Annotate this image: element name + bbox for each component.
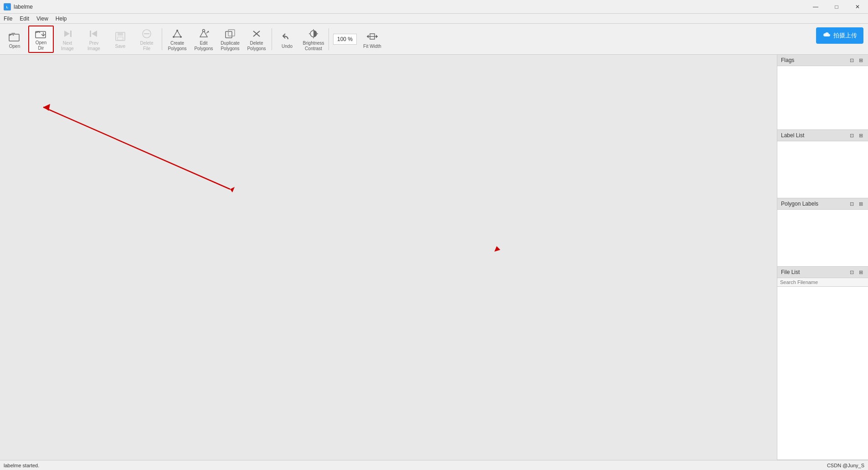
polygon-labels-panel-ctrl2[interactable]: ⊞ — [857, 200, 864, 207]
toolbar-wrapper: Open OpenDir NextImage — [0, 24, 868, 55]
undo-button[interactable]: Undo — [274, 26, 300, 53]
edit-polygons-label: EditPolygons — [194, 41, 213, 52]
svg-point-17 — [176, 30, 178, 31]
menu-view[interactable]: View — [33, 15, 52, 23]
create-polygons-button[interactable]: CreatePolygons — [164, 26, 190, 53]
save-icon — [114, 30, 127, 43]
svg-marker-40 — [494, 246, 500, 252]
svg-point-18 — [180, 36, 182, 38]
maximize-button[interactable]: □ — [826, 0, 847, 14]
polygon-labels-panel-controls: ⊡ ⊞ — [848, 200, 864, 207]
delete-file-label: DeleteFile — [140, 41, 154, 52]
polygon-labels-panel-body — [777, 210, 868, 266]
duplicate-polygons-icon — [224, 28, 236, 40]
menu-file[interactable]: File — [0, 15, 16, 23]
undo-label: Undo — [282, 44, 293, 49]
main-area: Flags ⊡ ⊞ Label List ⊡ ⊞ Polygon L — [0, 55, 868, 460]
file-list-panel-header: File List ⊡ ⊞ — [777, 267, 868, 278]
flags-panel-body — [777, 66, 868, 129]
open-dir-button[interactable]: OpenDir — [28, 26, 54, 53]
svg-marker-38 — [43, 104, 50, 111]
open-button[interactable]: Open — [2, 26, 27, 53]
create-polygons-label: CreatePolygons — [168, 41, 186, 52]
flags-panel-title: Flags — [781, 57, 794, 63]
polygon-labels-panel-header: Polygon Labels ⊡ ⊞ — [777, 198, 868, 210]
label-list-panel-ctrl1[interactable]: ⊡ — [848, 132, 855, 139]
svg-marker-33 — [367, 35, 369, 38]
flags-panel-ctrl1[interactable]: ⊡ — [848, 57, 855, 64]
close-button[interactable]: ✕ — [847, 0, 868, 14]
svg-marker-15 — [174, 31, 181, 37]
status-message: labelme started. — [4, 463, 39, 468]
statusbar: labelme started. CSDN @Juny_S — [0, 460, 868, 470]
next-image-icon — [61, 28, 74, 40]
open-icon — [8, 30, 21, 43]
svg-marker-34 — [376, 35, 378, 38]
zoom-value: 100 % — [337, 36, 353, 42]
delete-polygons-icon — [250, 28, 263, 40]
svg-line-37 — [43, 107, 230, 189]
svg-text:L: L — [6, 5, 9, 9]
file-list-panel-ctrl1[interactable]: ⊡ — [848, 269, 855, 276]
svg-point-16 — [173, 36, 175, 38]
duplicate-polygons-button[interactable]: DuplicatePolygons — [217, 26, 243, 53]
open-dir-icon — [35, 28, 47, 39]
zoom-display: 100 % — [333, 34, 357, 45]
label-list-panel: Label List ⊡ ⊞ — [777, 130, 868, 198]
next-image-button[interactable]: NextImage — [55, 26, 80, 53]
toolbar: Open OpenDir NextImage — [0, 24, 868, 55]
delete-polygons-button[interactable]: DeletePolygons — [244, 26, 269, 53]
cloud-upload-icon — [822, 31, 831, 40]
delete-file-icon — [140, 28, 153, 40]
edit-polygons-button[interactable]: EditPolygons — [191, 26, 216, 53]
flags-panel-controls: ⊡ ⊞ — [848, 57, 864, 64]
label-list-panel-ctrl2[interactable]: ⊞ — [857, 132, 864, 139]
annotation-layer — [0, 55, 777, 460]
window-controls: — □ ✕ — [805, 0, 868, 14]
file-list-panel-controls: ⊡ ⊞ — [848, 269, 864, 276]
canvas-area[interactable] — [0, 55, 777, 460]
fit-width-label: Fit Width — [363, 44, 381, 49]
save-label: Save — [115, 44, 126, 49]
next-image-label: NextImage — [61, 41, 74, 52]
polygon-labels-panel: Polygon Labels ⊡ ⊞ — [777, 198, 868, 267]
file-list-panel-title: File List — [781, 269, 800, 275]
fit-width-icon — [366, 30, 379, 43]
svg-rect-23 — [226, 31, 232, 38]
delete-polygons-label: DeletePolygons — [247, 41, 266, 52]
label-list-panel-title: Label List — [781, 132, 804, 139]
svg-marker-8 — [92, 31, 97, 37]
open-label: Open — [9, 44, 20, 49]
app-icon: L — [4, 3, 11, 10]
file-list-panel-ctrl2[interactable]: ⊞ — [857, 269, 864, 276]
save-button[interactable]: Save — [108, 26, 133, 53]
polygon-labels-panel-ctrl1[interactable]: ⊡ — [848, 200, 855, 207]
duplicate-polygons-label: DuplicatePolygons — [221, 41, 240, 52]
app-title: labelme — [14, 4, 33, 10]
file-list-panel: File List ⊡ ⊞ — [777, 267, 868, 460]
open-dir-label: OpenDir — [36, 40, 46, 51]
brightness-contrast-button[interactable]: BrightnessContrast — [301, 26, 326, 53]
upload-label: 拍摄上传 — [833, 31, 857, 40]
upload-button[interactable]: 拍摄上传 — [816, 27, 863, 44]
edit-polygons-icon — [197, 28, 210, 40]
toolbar-sep-2 — [272, 28, 272, 50]
menu-edit[interactable]: Edit — [16, 15, 33, 23]
fit-width-button[interactable]: Fit Width — [360, 26, 385, 53]
prev-image-button[interactable]: PrevImage — [81, 26, 107, 53]
svg-rect-3 — [11, 33, 15, 35]
menu-help[interactable]: Help — [52, 15, 71, 23]
filename-search-input[interactable] — [777, 278, 868, 287]
polygon-labels-panel-title: Polygon Labels — [781, 201, 818, 207]
toolbar-sep-1 — [162, 28, 162, 50]
label-list-panel-header: Label List ⊡ ⊞ — [777, 130, 868, 141]
svg-marker-39 — [230, 187, 235, 192]
minimize-button[interactable]: — — [805, 0, 826, 14]
svg-rect-9 — [90, 31, 91, 37]
svg-rect-24 — [228, 30, 235, 36]
file-list-panel-body — [777, 278, 868, 460]
delete-file-button[interactable]: DeleteFile — [134, 26, 159, 53]
svg-marker-22 — [207, 31, 209, 32]
status-credit: CSDN @Juny_S — [827, 463, 864, 468]
flags-panel-ctrl2[interactable]: ⊞ — [857, 57, 864, 64]
